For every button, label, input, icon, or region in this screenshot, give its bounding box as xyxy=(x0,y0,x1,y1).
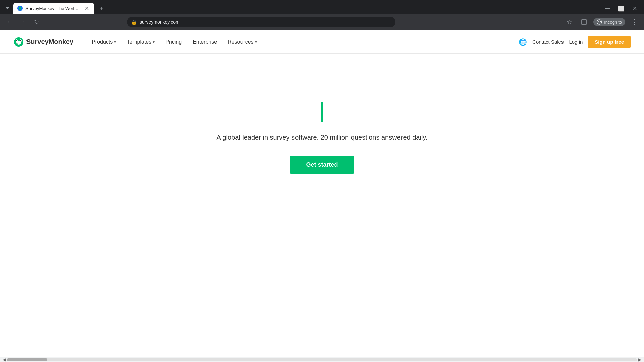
hero-section: A global leader in survey software. 20 m… xyxy=(0,54,644,221)
sidebar-icon[interactable] xyxy=(579,17,589,27)
tab-bar: SurveyMonkey: The World's M... ✕ + ─ ⬜ ✕ xyxy=(0,0,644,14)
get-started-button[interactable]: Get started xyxy=(290,156,354,174)
back-button[interactable]: ← xyxy=(4,17,15,27)
site-logo[interactable]: SurveyMonkey xyxy=(13,37,73,47)
bookmark-icon[interactable]: ☆ xyxy=(564,17,575,27)
close-button[interactable]: ✕ xyxy=(629,3,640,14)
login-button[interactable]: Log in xyxy=(569,39,583,45)
scrollbar-thumb[interactable] xyxy=(7,358,47,361)
browser-chrome: SurveyMonkey: The World's M... ✕ + ─ ⬜ ✕… xyxy=(0,0,644,30)
site-navbar: SurveyMonkey Products ▾ Templates ▾ Pric… xyxy=(0,30,644,54)
extensions-icon[interactable]: ⋮ xyxy=(629,17,640,27)
maximize-button[interactable]: ⬜ xyxy=(616,3,627,14)
address-bar[interactable]: 🔒 surveymonkey.com xyxy=(127,17,395,27)
svg-point-4 xyxy=(597,20,602,24)
tab-title: SurveyMonkey: The World's M... xyxy=(25,6,80,11)
nav-enterprise-label: Enterprise xyxy=(193,39,217,45)
scroll-right-arrow[interactable]: ▶ xyxy=(637,357,643,362)
website-content: SurveyMonkey Products ▾ Templates ▾ Pric… xyxy=(0,30,644,357)
nav-links: Products ▾ Templates ▾ Pricing Enterpris… xyxy=(87,36,519,48)
globe-icon[interactable]: 🌐 xyxy=(519,38,527,46)
nav-products-label: Products xyxy=(92,39,113,45)
resources-chevron-icon: ▾ xyxy=(255,40,257,44)
scrollbar-track[interactable] xyxy=(7,358,637,361)
tab-close-button[interactable]: ✕ xyxy=(83,5,90,12)
hero-accent-bar xyxy=(321,102,323,122)
new-tab-button[interactable]: + xyxy=(97,4,106,13)
lock-icon: 🔒 xyxy=(131,19,137,25)
nav-resources[interactable]: Resources ▾ xyxy=(223,36,261,48)
forward-button[interactable]: → xyxy=(17,17,28,27)
hero-subtitle: A global leader in survey software. 20 m… xyxy=(217,132,428,142)
scroll-left-arrow[interactable]: ◀ xyxy=(1,357,7,362)
incognito-button[interactable]: Incognito xyxy=(593,18,625,26)
reload-button[interactable]: ↻ xyxy=(31,17,42,27)
incognito-label: Incognito xyxy=(604,20,622,25)
nav-pricing-label: Pricing xyxy=(165,39,182,45)
products-chevron-icon: ▾ xyxy=(114,40,116,44)
nav-templates[interactable]: Templates ▾ xyxy=(122,36,159,48)
url-text: surveymonkey.com xyxy=(140,19,391,25)
minimize-button[interactable]: ─ xyxy=(602,3,613,14)
tab-dropdown[interactable] xyxy=(3,4,12,13)
signup-button[interactable]: Sign up free xyxy=(588,36,631,48)
tab-favicon xyxy=(17,6,23,11)
svg-rect-2 xyxy=(581,20,587,24)
nav-products[interactable]: Products ▾ xyxy=(87,36,121,48)
nav-resources-label: Resources xyxy=(228,39,253,45)
nav-pricing[interactable]: Pricing xyxy=(161,36,186,48)
templates-chevron-icon: ▾ xyxy=(153,40,155,44)
horizontal-scrollbar[interactable]: ◀ ▶ xyxy=(0,357,644,362)
browser-toolbar: ← → ↻ 🔒 surveymonkey.com ☆ Incognito ⋮ xyxy=(0,14,644,30)
nav-templates-label: Templates xyxy=(127,39,151,45)
contact-sales-link[interactable]: Contact Sales xyxy=(532,39,564,45)
svg-point-1 xyxy=(19,7,21,10)
svg-point-10 xyxy=(20,40,21,41)
logo-text: SurveyMonkey xyxy=(26,38,73,46)
active-tab[interactable]: SurveyMonkey: The World's M... ✕ xyxy=(13,3,94,14)
svg-marker-0 xyxy=(6,7,9,9)
svg-point-9 xyxy=(16,40,17,41)
nav-right: 🌐 Contact Sales Log in Sign up free xyxy=(519,36,631,48)
nav-enterprise[interactable]: Enterprise xyxy=(188,36,222,48)
